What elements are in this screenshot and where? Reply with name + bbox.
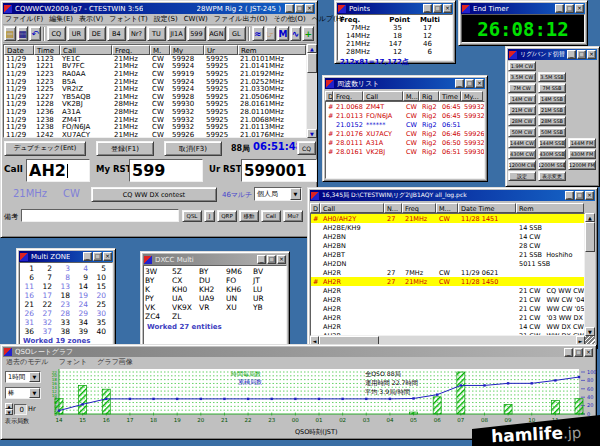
partial-col-header[interactable]: Freq [402, 203, 436, 213]
toolbar-button-nr[interactable]: Nr? [127, 26, 146, 41]
band-button-144mssb[interactable]: 144M SSB [538, 138, 566, 148]
freq-col-header[interactable]: Call [363, 91, 403, 101]
partial-row[interactable]: AH2R14 CW WW DX CW 2002 [311, 322, 584, 331]
quick-button-1[interactable]: QSL [182, 210, 202, 222]
maximize-button[interactable]: □ [565, 4, 574, 13]
partial-title-bar[interactable]: 16,345局 D:\CTESTWIN\リグ2\JB1AQY all_log.p… [310, 190, 595, 201]
rate-interval-select[interactable]: 1時間 ▼ [5, 371, 41, 383]
dxcc-title-bar[interactable]: DXCC Multi _□× [143, 254, 287, 265]
band-button-50mssb[interactable]: 50M SSB [538, 127, 566, 137]
save-icon[interactable]: ▦ [17, 26, 29, 41]
scroll-down-icon[interactable]: ▼ [585, 327, 595, 336]
log-col-header[interactable]: M. [150, 45, 170, 55]
freq-col-header[interactable]: D [325, 91, 333, 101]
menu-item[interactable]: ファイル(F) [5, 14, 43, 24]
quick-button-5[interactable]: Call [261, 210, 281, 222]
toolbar-button-gl[interactable]: GL [227, 26, 246, 41]
points-title-bar[interactable]: Points _□× [337, 3, 453, 14]
band-button-21mssb[interactable]: 21M SSB [538, 105, 566, 115]
partial-row[interactable]: AH2BT21 SSB Hoshiho [311, 250, 584, 259]
rate-title-bar[interactable]: QSOレートグラフ _□× [3, 347, 594, 357]
partial-col-header[interactable]: Date Time [458, 203, 516, 213]
partial-row[interactable]: AH2R21 CW WW CW '04 [311, 295, 584, 304]
freq-col-header[interactable]: Freq. [333, 91, 363, 101]
freq-col-header[interactable]: My... [461, 91, 483, 101]
partial-col-header[interactable]: Rem [516, 203, 584, 213]
band-button-[interactable]: 表示変更 [538, 171, 566, 181]
maximize-button[interactable]: □ [267, 255, 276, 264]
minimize-button[interactable]: _ [423, 4, 432, 13]
rate-menu-item[interactable]: グラフ画像 [97, 357, 133, 367]
chevron-down-icon[interactable]: ▼ [29, 372, 40, 382]
freq-row[interactable]: #21.0113FO/N6JACWRig206:4559932 [326, 111, 484, 120]
band-button-35mcw[interactable]: 3.5M CW [508, 72, 536, 82]
quick-button-4[interactable]: 移動 [239, 210, 259, 222]
freq-row[interactable]: #28.0111A31ACWRig206:5059932 [326, 138, 484, 147]
band-button-14mcw[interactable]: 14M CW [508, 94, 536, 104]
close-button[interactable]: × [575, 4, 584, 13]
hand-icon[interactable]: ☞ [265, 26, 277, 41]
toolbar-button-599[interactable]: 599 [187, 26, 206, 41]
band-button-[interactable]: 設定 [508, 171, 536, 181]
rate-shift-value[interactable]: 0 [14, 404, 27, 415]
band-title-bar[interactable]: リグ/バンド切替 _□× [508, 49, 597, 60]
contest-button[interactable]: CQ WW DX contest [91, 187, 217, 202]
ur-rst-input[interactable]: 599001 [241, 159, 317, 182]
menu-item[interactable]: フォント(T) [109, 14, 147, 24]
band-button-430mfm[interactable]: 430M FM [568, 149, 596, 159]
partial-row[interactable]: #AH0/AH2Y2721MHzCW11/28 1451 [311, 214, 584, 223]
chevron-down-icon[interactable]: ▼ [290, 188, 301, 200]
cw-speed-icon[interactable]: ≈ [252, 26, 264, 41]
freq-row[interactable]: 21.0152******CWRig206:51 [326, 120, 484, 129]
log-col-header[interactable]: Time [34, 45, 60, 55]
rate-menu-item[interactable]: 過去のモデル [6, 357, 49, 367]
log-col-header[interactable]: Call [60, 45, 112, 55]
toolbar-button-cq[interactable]: CQ [47, 26, 66, 41]
band-button-430mcw[interactable]: 430M CW [508, 149, 536, 159]
register-button[interactable]: 登録(F1) [96, 141, 154, 156]
toolbar-button-b4[interactable]: B4 [107, 26, 126, 41]
undo-icon[interactable]: ↶ [29, 26, 41, 41]
band-button-430mssb[interactable]: 430M SSB [538, 149, 566, 159]
band-button-7mssb[interactable]: 7M SSB [538, 83, 566, 93]
toolbar-button-agn[interactable]: AGN [207, 26, 226, 41]
my-rst-input[interactable]: 599 [129, 159, 203, 182]
band-button-7mcw[interactable]: 7M CW [508, 83, 536, 93]
freq-row[interactable]: #21.0176XU7ACYCWRig206:4659926 [326, 129, 484, 138]
partial-row[interactable]: AH2R277MHzCW11/29 0621 [311, 268, 584, 277]
maximize-button[interactable]: □ [575, 191, 584, 200]
band-button-1200mcw[interactable]: 1200M CW [508, 160, 536, 170]
quick-button-6[interactable]: Mu? [283, 210, 303, 222]
rate-style-select[interactable]: 棒 ▼ [5, 387, 41, 399]
scroll-down-icon[interactable]: ▼ [307, 129, 317, 138]
partial-row[interactable]: AH2BN14 CW [311, 232, 584, 241]
partial-row[interactable]: #AH2R2721MHzCW11/28 1450 [311, 277, 584, 286]
maximize-button[interactable]: □ [577, 50, 586, 59]
main-title-bar[interactable]: CQWWCW2009.lg7 - CTESTWIN 3:56 28WPM Rig… [3, 3, 315, 14]
close-button[interactable]: × [103, 252, 112, 261]
menu-item[interactable]: CW(W) [184, 15, 208, 23]
close-button[interactable]: × [475, 79, 484, 88]
partial-row[interactable]: AH2BN28 CW [311, 241, 584, 250]
remark-input[interactable] [21, 209, 179, 222]
op-type-select[interactable]: 個人局 ▼ [254, 187, 302, 201]
minimize-button[interactable]: _ [285, 4, 294, 13]
band-button-21mcw[interactable]: 21M CW [508, 105, 536, 115]
freq-row[interactable]: #28.0161VK2BJCWRig206:5159930 [326, 147, 484, 156]
partial-col-header[interactable]: N... [384, 203, 402, 213]
chevron-down-icon[interactable]: ▼ [29, 388, 40, 398]
cancel-button[interactable]: 取消(F3) [164, 141, 222, 156]
cq-button[interactable]: CQ [297, 141, 316, 155]
band-button-1200mfm[interactable]: 1200M FM [568, 160, 596, 170]
zone-title-bar[interactable]: Multi ZONE _□× [19, 251, 113, 262]
band-button-28mssb[interactable]: 28M SSB [538, 116, 566, 126]
minimize-button[interactable]: _ [83, 252, 92, 261]
maximize-button[interactable]: □ [295, 4, 304, 13]
partial-vscrollbar[interactable]: ▲ ▼ [585, 213, 595, 336]
close-button[interactable]: × [305, 4, 314, 13]
maximize-button[interactable]: □ [93, 252, 102, 261]
maximize-button[interactable]: □ [465, 79, 474, 88]
log-scrollbar[interactable]: ▲ ▼ [307, 44, 317, 138]
menu-item[interactable]: 表示(V) [79, 14, 103, 24]
freq-col-header[interactable]: Rig [419, 91, 439, 101]
